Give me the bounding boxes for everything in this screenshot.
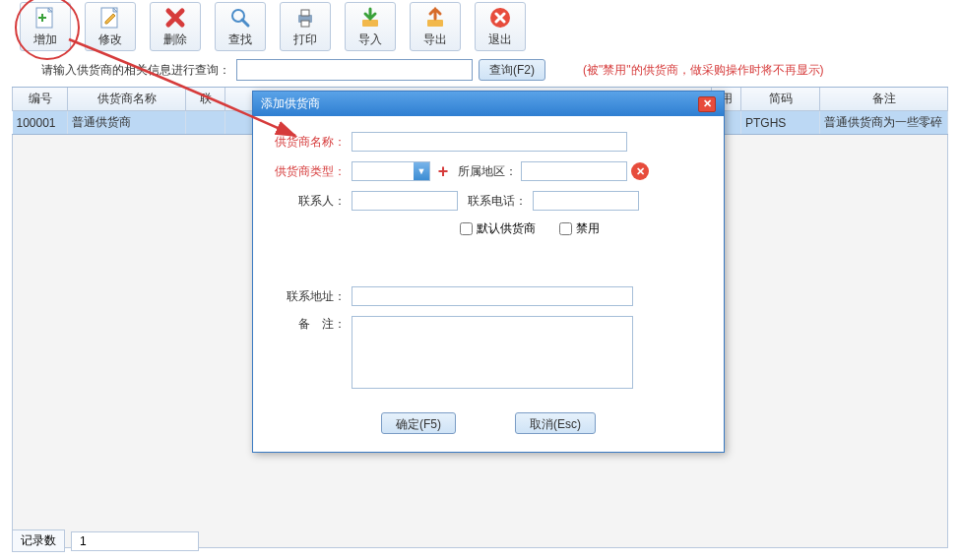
clear-region-icon[interactable]: ✕ (631, 162, 649, 180)
print-label: 打印 (293, 31, 317, 48)
export-label: 导出 (423, 31, 447, 48)
contact-input[interactable] (352, 191, 458, 211)
ok-button[interactable]: 确定(F5) (381, 412, 456, 434)
print-button[interactable]: 打印 (280, 2, 331, 51)
default-supplier-label: 默认供货商 (477, 220, 536, 237)
default-supplier-checkbox[interactable] (460, 222, 473, 235)
record-count-value: 1 (71, 531, 199, 551)
disabled-checkbox[interactable] (559, 222, 572, 235)
supplier-type-label: 供货商类型： (271, 163, 352, 180)
search-label: 查找 (228, 31, 252, 48)
remark-label: 备 注： (271, 316, 352, 333)
supplier-name-label: 供货商名称： (271, 134, 352, 151)
exit-label: 退出 (488, 31, 512, 48)
dialog-titlebar[interactable]: 添加供货商 ✕ (253, 92, 724, 116)
add-label: 增加 (33, 31, 57, 48)
disabled-checkbox-wrap[interactable]: 禁用 (559, 220, 600, 237)
add-icon (32, 6, 59, 30)
edit-button[interactable]: 修改 (85, 2, 136, 51)
col-contact[interactable]: 联 (186, 88, 225, 111)
add-type-icon[interactable]: + (434, 162, 452, 180)
col-pinyin[interactable]: 简码 (741, 88, 820, 111)
search-prompt-label: 请输入供货商的相关信息进行查询： (41, 62, 230, 79)
address-label: 联系地址： (271, 288, 352, 305)
cell-code: 100001 (13, 111, 68, 135)
contact-label: 联系人： (271, 193, 352, 210)
status-bar: 记录数 1 (12, 529, 199, 552)
exit-icon (486, 6, 514, 30)
svg-rect-6 (301, 10, 309, 16)
supplier-type-select[interactable]: ▼ (352, 161, 430, 181)
main-toolbar: 增加 修改 删除 查找 打印 导入 导出 (0, 0, 960, 53)
import-label: 导入 (358, 31, 382, 48)
remark-textarea[interactable] (352, 316, 633, 389)
chevron-down-icon: ▼ (414, 162, 429, 180)
search-button[interactable]: 查找 (215, 2, 266, 51)
delete-label: 删除 (163, 31, 187, 48)
exit-button[interactable]: 退出 (475, 2, 526, 51)
region-input[interactable] (521, 161, 627, 181)
disabled-label: 禁用 (576, 220, 600, 237)
phone-input[interactable] (533, 191, 639, 211)
cell-contact (186, 111, 225, 135)
query-button[interactable]: 查询(F2) (479, 59, 545, 81)
default-supplier-checkbox-wrap[interactable]: 默认供货商 (460, 220, 536, 237)
print-icon (291, 6, 319, 30)
close-icon[interactable]: ✕ (698, 96, 716, 112)
region-label: 所属地区： (456, 163, 521, 180)
edit-label: 修改 (98, 31, 122, 48)
cell-name: 普通供货商 (68, 111, 186, 135)
edit-icon (96, 6, 124, 30)
col-remark[interactable]: 备注 (820, 88, 948, 111)
record-count-label: 记录数 (12, 529, 65, 552)
export-button[interactable]: 导出 (410, 2, 461, 51)
search-input[interactable] (236, 59, 473, 81)
delete-icon (161, 6, 189, 30)
cell-remark: 普通供货商为一些零碎 (820, 111, 948, 135)
add-button[interactable]: 增加 (20, 2, 71, 51)
add-supplier-dialog: 添加供货商 ✕ 供货商名称： 供货商类型： ▼ + 所属地区： ✕ 联系人： 联… (252, 91, 725, 453)
import-button[interactable]: 导入 (345, 2, 396, 51)
cancel-button[interactable]: 取消(Esc) (515, 412, 596, 434)
col-name[interactable]: 供货商名称 (68, 88, 186, 111)
svg-rect-9 (427, 20, 443, 27)
svg-rect-7 (301, 21, 309, 27)
search-icon (226, 6, 254, 30)
col-code[interactable]: 编号 (13, 88, 68, 111)
search-bar: 请输入供货商的相关信息进行查询： 查询(F2) (被"禁用"的供货商，做采购操作… (0, 53, 960, 87)
address-input[interactable] (352, 286, 633, 306)
cell-pinyin: PTGHS (741, 111, 820, 135)
disabled-hint: (被"禁用"的供货商，做采购操作时将不再显示) (583, 62, 824, 79)
phone-label: 联系电话： (458, 193, 533, 210)
svg-rect-2 (38, 17, 46, 19)
import-icon (356, 6, 384, 30)
supplier-name-input[interactable] (352, 132, 627, 152)
dialog-title-text: 添加供货商 (261, 95, 320, 112)
delete-button[interactable]: 删除 (150, 2, 201, 51)
export-icon (421, 6, 449, 30)
